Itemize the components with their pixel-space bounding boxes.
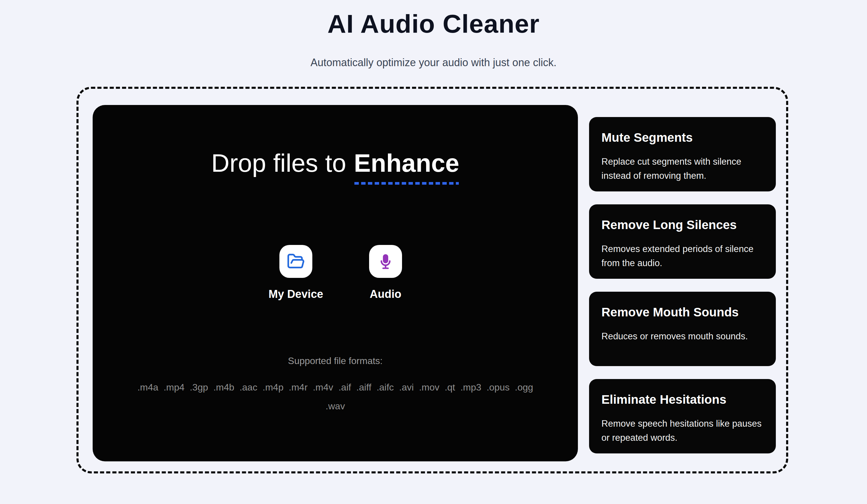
page-title: AI Audio Cleaner bbox=[0, 0, 867, 39]
feature-card-description: Reduces or removes mouth sounds. bbox=[601, 329, 763, 343]
feature-card-title: Remove Long Silences bbox=[601, 218, 763, 232]
feature-card-list: Mute Segments Replace cut segments with … bbox=[589, 117, 776, 453]
feature-card-remove-long-silences: Remove Long Silences Removes extended pe… bbox=[589, 204, 776, 279]
audio-label: Audio bbox=[370, 288, 402, 301]
my-device-label: My Device bbox=[268, 288, 323, 301]
feature-card-description: Replace cut segments with silence instea… bbox=[601, 155, 763, 183]
upload-source-row: My Device Audio bbox=[93, 245, 578, 301]
file-dropzone[interactable]: Drop files toEnhance My Device A bbox=[93, 105, 578, 461]
feature-card-eliminate-hesitations: Eliminate Hesitations Remove speech hesi… bbox=[589, 379, 776, 453]
dropzone-heading-prefix: Drop files to bbox=[211, 149, 346, 177]
supported-formats-row: .m4a .mp4 .3gp .m4b .aac .m4p .m4r .m4v … bbox=[106, 378, 565, 397]
supported-formats-label: Supported file formats: bbox=[93, 355, 578, 366]
feature-card-title: Eliminate Hesitations bbox=[601, 393, 763, 407]
feature-card-description: Remove speech hesitations like pauses or… bbox=[601, 417, 763, 445]
supported-formats-row: .wav bbox=[106, 397, 565, 416]
microphone-icon bbox=[369, 245, 402, 278]
dropzone-heading: Drop files toEnhance bbox=[93, 149, 578, 178]
page-subtitle: Automatically optimize your audio with j… bbox=[0, 56, 867, 69]
audio-button[interactable]: Audio bbox=[369, 245, 402, 301]
feature-card-title: Mute Segments bbox=[601, 130, 763, 145]
supported-formats-list: .m4a .mp4 .3gp .m4b .aac .m4p .m4r .m4v … bbox=[106, 378, 565, 416]
folder-icon bbox=[279, 245, 312, 278]
feature-card-title: Remove Mouth Sounds bbox=[601, 305, 763, 319]
my-device-button[interactable]: My Device bbox=[268, 245, 323, 301]
feature-card-description: Removes extended periods of silence from… bbox=[601, 242, 763, 270]
feature-card-remove-mouth-sounds: Remove Mouth Sounds Reduces or removes m… bbox=[589, 292, 776, 366]
dropzone-heading-highlight: Enhance bbox=[354, 149, 459, 178]
upload-area-outline: Drop files toEnhance My Device A bbox=[76, 87, 788, 473]
feature-card-mute-segments: Mute Segments Replace cut segments with … bbox=[589, 117, 776, 191]
